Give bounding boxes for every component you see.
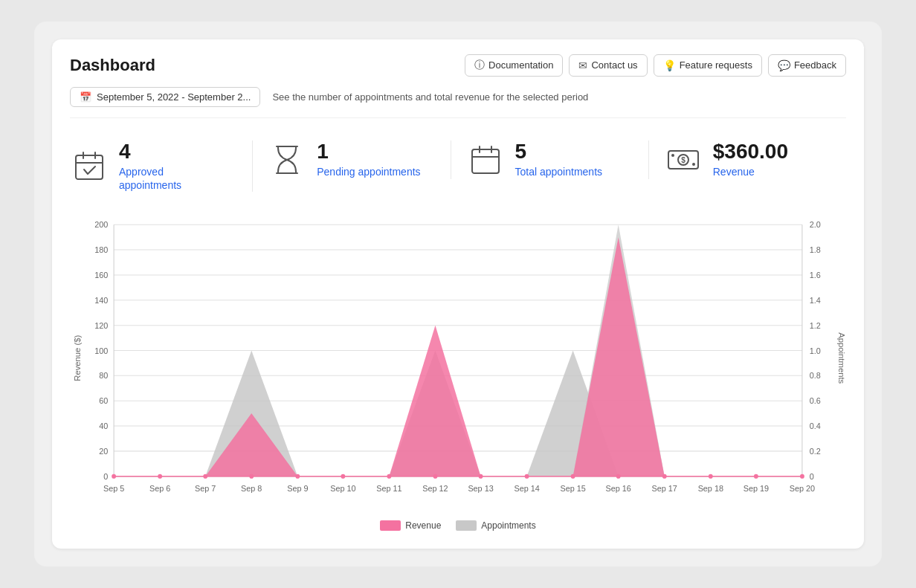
svg-text:80: 80 [99,371,108,380]
contact-icon: ✉ [578,59,587,71]
pending-count: 1 [317,140,420,164]
svg-point-88 [571,474,575,479]
hourglass-icon [268,140,306,179]
date-range-label: September 5, 2022 - September 2... [97,91,251,103]
svg-text:0.4: 0.4 [810,421,821,430]
svg-text:Sep 16: Sep 16 [606,484,631,493]
svg-point-89 [616,474,621,479]
svg-text:2.0: 2.0 [810,220,821,229]
svg-text:140: 140 [94,296,108,305]
svg-text:Sep 17: Sep 17 [652,484,677,493]
info-icon: ⓘ [474,59,485,72]
legend-revenue: Revenue [380,520,441,531]
svg-text:Sep 8: Sep 8 [241,484,262,493]
stat-revenue: $ $360.00 Revenue [649,140,846,179]
contact-label: Contact us [591,59,637,71]
svg-point-82 [295,474,300,479]
stats-row: 4 Approvedappointments 1 Pending appoint… [70,133,846,199]
dashboard-card: Dashboard ⓘ Documentation ✉ Contact us 💡… [52,39,864,549]
svg-text:120: 120 [94,321,108,330]
svg-point-83 [341,474,345,479]
svg-text:$: $ [681,156,686,164]
svg-text:0.8: 0.8 [810,371,821,380]
chart-legend: Revenue Appointments [70,520,846,531]
svg-text:40: 40 [99,421,108,430]
svg-point-93 [800,474,804,479]
svg-text:Sep 20: Sep 20 [790,484,815,493]
legend-appointments-label: Appointments [481,520,535,531]
stat-pending: 1 Pending appointments [253,140,451,179]
pending-label: Pending appointments [317,165,420,178]
svg-text:1.8: 1.8 [810,245,821,254]
svg-text:1.0: 1.0 [810,346,821,355]
svg-text:20: 20 [99,447,108,456]
svg-text:180: 180 [94,245,108,254]
feedback-button[interactable]: 💬 Feedback [768,54,846,77]
page-title: Dashboard [70,56,155,75]
approved-count: 4 [119,140,181,164]
svg-point-81 [249,474,254,479]
header: Dashboard ⓘ Documentation ✉ Contact us 💡… [70,54,846,77]
svg-text:0.6: 0.6 [810,396,821,405]
svg-text:Sep 6: Sep 6 [149,484,170,493]
svg-text:Sep 13: Sep 13 [468,484,493,493]
svg-text:0.2: 0.2 [810,447,821,456]
legend-revenue-label: Revenue [405,520,441,531]
feature-requests-label: Feature requests [680,59,752,71]
calendar-icon: 📅 [80,91,91,103]
feature-requests-button[interactable]: 💡 Feature requests [654,54,762,77]
svg-point-84 [387,474,391,479]
date-description: See the number of appointments and total… [272,91,588,103]
chart-container: 0 20 40 60 80 100 120 140 160 180 200 0 … [70,217,846,514]
svg-point-92 [754,474,758,479]
stat-total: 5 Total appointments [451,140,649,179]
svg-text:Sep 19: Sep 19 [744,484,769,493]
approved-stat-text: 4 Approvedappointments [119,140,181,192]
documentation-label: Documentation [488,59,553,71]
legend-revenue-color [380,520,401,531]
svg-text:0: 0 [103,472,108,481]
svg-point-78 [112,474,116,479]
approved-label: Approvedappointments [119,165,181,192]
money-icon: $ [664,140,703,179]
svg-point-90 [662,474,667,479]
svg-text:100: 100 [94,346,108,355]
pending-stat-text: 1 Pending appointments [317,140,420,178]
svg-text:Sep 12: Sep 12 [422,484,448,493]
svg-point-86 [479,474,483,479]
calendar-icon [466,140,505,179]
svg-text:1.6: 1.6 [810,271,821,280]
svg-text:Sep 15: Sep 15 [560,484,585,493]
date-bar: 📅 September 5, 2022 - September 2... See… [70,87,846,118]
svg-point-91 [709,474,713,479]
svg-rect-0 [76,155,103,179]
legend-appointments: Appointments [456,520,535,531]
svg-marker-76 [573,237,665,476]
svg-text:Sep 14: Sep 14 [514,484,539,493]
svg-text:Sep 9: Sep 9 [287,484,308,493]
svg-text:Sep 10: Sep 10 [330,484,355,493]
bulb-icon: 💡 [663,59,676,71]
feedback-label: Feedback [794,59,836,71]
revenue-amount: $360.00 [713,140,788,164]
total-stat-text: 5 Total appointments [515,140,603,178]
date-picker-button[interactable]: 📅 September 5, 2022 - September 2... [70,87,260,107]
svg-rect-6 [472,149,499,173]
svg-text:160: 160 [94,271,108,280]
svg-text:Sep 5: Sep 5 [103,484,124,493]
svg-text:1.4: 1.4 [810,296,821,305]
documentation-button[interactable]: ⓘ Documentation [465,54,563,77]
svg-text:Sep 7: Sep 7 [195,484,216,493]
svg-point-80 [203,474,207,479]
calendar-check-icon [70,146,109,185]
svg-text:Appointments: Appointments [837,332,846,384]
total-count: 5 [515,140,603,164]
revenue-label: Revenue [713,165,788,178]
legend-appointments-color [456,520,477,531]
contact-button[interactable]: ✉ Contact us [569,54,647,77]
feedback-icon: 💬 [778,59,790,71]
outer-container: Dashboard ⓘ Documentation ✉ Contact us 💡… [34,22,882,566]
svg-text:Sep 11: Sep 11 [376,484,401,493]
svg-text:60: 60 [99,396,108,405]
svg-point-13 [671,154,674,157]
